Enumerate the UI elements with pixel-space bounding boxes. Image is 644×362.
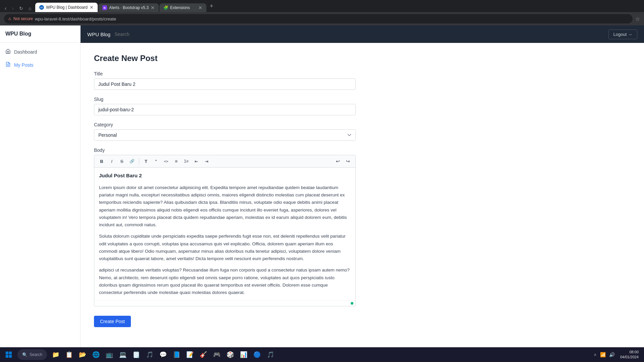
browser-chrome: ‹ › ↻ ⌂ W WPU Blog | Dashboard ✕ B Alert…	[0, 0, 644, 12]
new-tab-button[interactable]: +	[207, 3, 216, 10]
navbar-search-input[interactable]	[114, 32, 182, 37]
title-input[interactable]	[94, 78, 356, 90]
taskbar-app-12[interactable]: 🎲	[224, 349, 236, 361]
category-select[interactable]: Personal Technology Lifestyle	[94, 129, 356, 141]
home-button[interactable]: ⌂	[27, 5, 33, 12]
editor-indicator-dot	[351, 302, 353, 305]
taskbar-file-explorer[interactable]: 📁	[50, 349, 62, 361]
italic-button[interactable]: I	[107, 157, 116, 166]
editor-heading: Judul Post Baru 2	[99, 172, 351, 180]
sidebar-item-my-posts[interactable]: My Posts	[0, 58, 80, 71]
bold-button[interactable]: B	[97, 157, 106, 166]
navbar-brand: WPU Blog	[87, 32, 110, 37]
unordered-list-button[interactable]: ≡	[171, 157, 181, 166]
editor-paragraph-3: adipisci ut recusandae veritatis volupta…	[99, 266, 351, 296]
taskbar-app-7[interactable]: 💬	[157, 349, 169, 361]
taskbar: 🔍 Search 📁 📋 📂 🌐 📺 💻 🗒️ 🎵 💬 📘 📝 🎸 🎮 🎲	[0, 347, 644, 362]
editor-paragraph-1: Lorem ipsum dolor sit amet consectetur a…	[99, 184, 351, 229]
tab-1-label: WPU Blog | Dashboard	[46, 5, 88, 10]
taskbar-app-14[interactable]: 🔵	[251, 349, 263, 361]
main-content: Create New Post Title Slug Category Pers…	[81, 43, 644, 347]
taskbar-search-label: Search	[30, 352, 42, 357]
slug-field-group: Slug	[94, 97, 631, 115]
redo-button[interactable]: ↪	[343, 157, 353, 166]
category-label: Category	[94, 122, 631, 127]
tab-2-label: Alerts · Bootstrap v5.3	[109, 5, 149, 10]
body-label: Body	[94, 147, 631, 153]
heading-button[interactable]: T	[141, 157, 151, 166]
back-button[interactable]: ‹	[3, 5, 8, 12]
top-navbar: WPU Blog Logout →	[81, 25, 644, 43]
ordered-list-button[interactable]: 1≡	[182, 157, 191, 166]
taskbar-network-icon[interactable]: 📶	[599, 352, 607, 357]
create-post-button[interactable]: Create Post	[94, 316, 131, 327]
taskbar-app-5[interactable]: 🗒️	[130, 349, 142, 361]
security-icon: ⚠	[8, 17, 11, 21]
tab-1-icon: W	[39, 5, 44, 10]
taskbar-app-2[interactable]: 📂	[77, 349, 89, 361]
title-field-group: Title	[94, 71, 631, 90]
link-button[interactable]: 🔗	[127, 157, 137, 166]
taskbar-app-11[interactable]: 🎮	[211, 349, 223, 361]
tab-2-close[interactable]: ✕	[151, 5, 155, 10]
slug-label: Slug	[94, 97, 631, 102]
clock-date: 04/01/2024	[620, 355, 639, 360]
taskbar-app-1[interactable]: 📋	[63, 349, 75, 361]
taskbar-system-icons: ∧ 📶 🔊	[592, 352, 616, 357]
editor-toolbar: B I S 🔗 T " <> ≡ 1≡ ⇤ ⇥ ↩	[94, 155, 355, 168]
taskbar-chevron-icon[interactable]: ∧	[592, 352, 598, 357]
address-bar[interactable]: ⚠ Not secure wpu-laravel-8.test/dashboar…	[4, 14, 633, 23]
title-label: Title	[94, 71, 631, 76]
svg-rect-4	[6, 355, 8, 358]
start-button[interactable]	[3, 349, 15, 361]
tab-2[interactable]: B Alerts · Bootstrap v5.3 ✕	[98, 3, 159, 12]
taskbar-search[interactable]: 🔍 Search	[17, 349, 47, 360]
editor-status-bar	[94, 300, 355, 306]
taskbar-app-15[interactable]: 🎵	[264, 349, 277, 361]
tab-3[interactable]: 🧩 Extensions ✕	[159, 3, 206, 12]
code-button[interactable]: <>	[161, 157, 171, 166]
taskbar-clock[interactable]: 08:00 04/01/2024	[617, 350, 641, 360]
taskbar-app-9[interactable]: 📝	[184, 349, 196, 361]
strikethrough-button[interactable]: S	[117, 157, 127, 166]
clock-time: 08:00	[620, 350, 639, 355]
taskbar-search-icon: 🔍	[22, 352, 28, 357]
taskbar-chrome[interactable]: 🌐	[90, 349, 102, 361]
slug-input[interactable]	[94, 104, 356, 115]
undo-button[interactable]: ↩	[333, 157, 343, 166]
tab-3-icon: 🧩	[163, 5, 168, 10]
editor-paragraph-2: Soluta dolorum cupiditate unde perspicia…	[99, 233, 351, 262]
sidebar-item-dashboard-label: Dashboard	[14, 49, 37, 55]
taskbar-app-4[interactable]: 💻	[117, 349, 129, 361]
tab-1[interactable]: W WPU Blog | Dashboard ✕	[35, 3, 98, 12]
security-label: Not secure	[13, 16, 33, 21]
file-icon	[5, 62, 11, 68]
taskbar-app-3[interactable]: 📺	[103, 349, 115, 361]
taskbar-app-6[interactable]: 🎵	[144, 349, 156, 361]
sidebar-item-my-posts-label: My Posts	[14, 62, 34, 68]
svg-rect-5	[9, 355, 12, 358]
tab-1-close[interactable]: ✕	[90, 5, 94, 10]
toolbar-separator-1	[139, 158, 139, 165]
editor-container: B I S 🔗 T " <> ≡ 1≡ ⇤ ⇥ ↩	[94, 155, 356, 306]
tab-2-icon: B	[102, 5, 107, 10]
bookmark-button[interactable]: ☆	[635, 16, 640, 22]
sidebar-brand: WPU Blog	[0, 25, 80, 43]
body-field-group: Body B I S 🔗 T " <> ≡ 1≡	[94, 147, 631, 306]
taskbar-app-10[interactable]: 🎸	[197, 349, 209, 361]
quote-button[interactable]: "	[151, 157, 161, 166]
decrease-indent-button[interactable]: ⇤	[192, 157, 201, 166]
svg-rect-3	[9, 352, 12, 354]
editor-body[interactable]: Judul Post Baru 2 Lorem ipsum dolor sit …	[94, 168, 355, 300]
tab-3-label: Extensions	[170, 5, 196, 10]
page-title: Create New Post	[94, 54, 631, 63]
logout-button[interactable]: Logout →	[608, 29, 637, 39]
increase-indent-button[interactable]: ⇥	[202, 157, 211, 166]
sidebar-item-dashboard[interactable]: Dashboard	[0, 45, 80, 58]
taskbar-app-8[interactable]: 📘	[170, 349, 183, 361]
forward-button[interactable]: ›	[10, 5, 15, 12]
tab-3-close[interactable]: ✕	[198, 5, 202, 10]
taskbar-app-13[interactable]: 📊	[238, 349, 250, 361]
reload-button[interactable]: ↻	[17, 5, 25, 12]
taskbar-sound-icon[interactable]: 🔊	[608, 352, 616, 357]
